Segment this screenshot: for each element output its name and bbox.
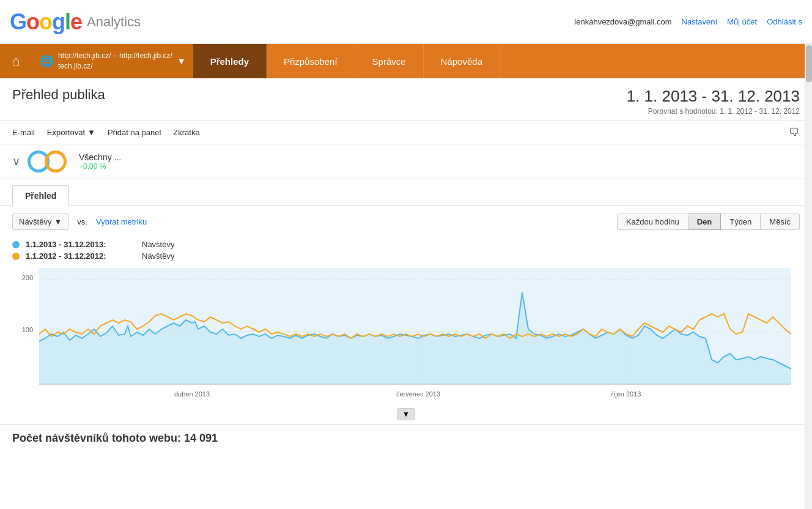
email-button[interactable]: E-mail bbox=[12, 127, 35, 138]
nav-item-napoveda[interactable]: Nápověda bbox=[424, 44, 500, 78]
segment-chevron[interactable]: ∨ bbox=[12, 155, 20, 168]
navbar: ⌂ 🌐 http://tech.jib.cz/ – http://tech.ji… bbox=[0, 44, 812, 78]
select-metric-link[interactable]: Vybrat metriku bbox=[96, 217, 147, 226]
logo-area: Google Analytics bbox=[10, 9, 141, 35]
user-email: lenkahvezdova@gmail.com bbox=[574, 17, 671, 26]
circle-orange bbox=[45, 150, 67, 173]
time-granularity: Každou hodinu Den Týden Měsíc bbox=[617, 214, 800, 230]
annotation-icon[interactable]: 🗨 bbox=[789, 126, 800, 139]
chart-controls: Návštěvy ▼ vs. Vybrat metriku Každou hod… bbox=[0, 206, 812, 237]
segment-label: Všechny ... bbox=[79, 152, 121, 162]
google-logo: Google bbox=[10, 9, 82, 35]
header-right: lenkahvezdova@gmail.com Nastavení Můj úč… bbox=[574, 17, 802, 26]
add-panel-button[interactable]: Přidat na panel bbox=[108, 127, 161, 138]
nav-item-prehledy[interactable]: Přehledy bbox=[193, 44, 267, 78]
segment-circles bbox=[28, 150, 67, 173]
metric-selector: Návštěvy ▼ vs. Vybrat metriku bbox=[12, 214, 147, 230]
home-icon: ⌂ bbox=[12, 53, 20, 69]
tabs-bar: Přehled bbox=[0, 179, 812, 206]
scrollbar[interactable] bbox=[805, 44, 812, 452]
export-dropdown[interactable]: Exportovat ▼ bbox=[47, 128, 95, 137]
time-nav-button[interactable]: ▼ bbox=[397, 408, 415, 420]
nav-item-prizpusobeni[interactable]: Přizpůsobení bbox=[267, 44, 355, 78]
shortcut-button[interactable]: Zkratka bbox=[173, 127, 199, 138]
home-button[interactable]: ⌂ bbox=[0, 44, 32, 78]
header: Google Analytics lenkahvezdova@gmail.com… bbox=[0, 0, 812, 44]
metric-dropdown[interactable]: Návštěvy ▼ bbox=[12, 214, 68, 230]
date-range: 1. 1. 2013 - 31. 12. 2013 Porovnat s hod… bbox=[627, 87, 800, 116]
gran-btn-month[interactable]: Měsíc bbox=[761, 214, 800, 230]
legend-row-2: 1.1.2012 - 31.12.2012: Návštěvy bbox=[12, 251, 800, 261]
chart-svg-wrapper: 200 100 duben 2013 červenec 2013 říjen 2… bbox=[12, 268, 800, 404]
gran-btn-hour[interactable]: Každou hodinu bbox=[617, 214, 688, 230]
gran-btn-week[interactable]: Týden bbox=[721, 214, 761, 230]
segment-area: ∨ Všechny ... +0,00 % bbox=[0, 144, 812, 179]
scrollbar-thumb[interactable] bbox=[806, 45, 812, 82]
legend-dot-blue bbox=[12, 241, 20, 248]
x-label-october: říjen 2013 bbox=[611, 390, 641, 398]
x-label-april: duben 2013 bbox=[174, 390, 210, 398]
y-label-100: 100 bbox=[22, 326, 33, 333]
chart-legend: 1.1.2013 - 31.12.2013: Návštěvy 1.1.2012… bbox=[0, 237, 812, 268]
metric-dropdown-arrow: ▼ bbox=[54, 217, 62, 226]
page-title: Přehled publika bbox=[12, 87, 105, 103]
y-label-200: 200 bbox=[22, 274, 33, 281]
globe-icon: 🌐 bbox=[40, 54, 53, 68]
settings-link[interactable]: Nastavení bbox=[682, 17, 718, 26]
account-selector[interactable]: 🌐 http://tech.jib.cz/ – http://tech.jib.… bbox=[32, 44, 193, 78]
vs-label: vs. bbox=[77, 217, 87, 226]
legend-row-1: 1.1.2013 - 31.12.2013: Návštěvy bbox=[12, 240, 800, 249]
chart-container: 200 100 duben 2013 červenec 2013 říjen 2… bbox=[0, 268, 812, 404]
footer-stat: Počet návštěvníků tohoto webu: 14 091 bbox=[0, 424, 812, 452]
x-label-july: červenec 2013 bbox=[396, 390, 440, 398]
page-title-bar: Přehled publika 1. 1. 2013 - 31. 12. 201… bbox=[0, 78, 812, 121]
toolbar: E-mail Exportovat ▼ Přidat na panel Zkra… bbox=[0, 121, 812, 144]
compare-date-range: Porovnat s hodnotou: 1. 1. 2012 - 31. 12… bbox=[627, 107, 800, 116]
my-account-link[interactable]: Můj účet bbox=[727, 17, 757, 26]
account-text: http://tech.jib.cz/ – http://tech.jib.cz… bbox=[58, 51, 172, 72]
segment-info: Všechny ... +0,00 % bbox=[79, 152, 121, 171]
nav-item-spravce[interactable]: Správce bbox=[355, 44, 424, 78]
nav-items: Přehledy Přizpůsobení Správce Nápověda bbox=[193, 44, 500, 78]
logout-link[interactable]: Odhlásit s bbox=[767, 17, 802, 26]
gran-btn-day[interactable]: Den bbox=[688, 214, 722, 230]
analytics-logo-text: Analytics bbox=[87, 14, 141, 30]
time-nav: ▼ bbox=[0, 404, 812, 424]
account-dropdown-arrow: ▼ bbox=[177, 56, 186, 66]
legend-dot-orange bbox=[12, 253, 20, 260]
main-date-range: 1. 1. 2013 - 31. 12. 2013 bbox=[627, 87, 800, 106]
tab-prehled[interactable]: Přehled bbox=[12, 185, 69, 206]
segment-pct: +0,00 % bbox=[79, 162, 121, 171]
chart-svg: 200 100 duben 2013 červenec 2013 říjen 2… bbox=[12, 268, 800, 403]
